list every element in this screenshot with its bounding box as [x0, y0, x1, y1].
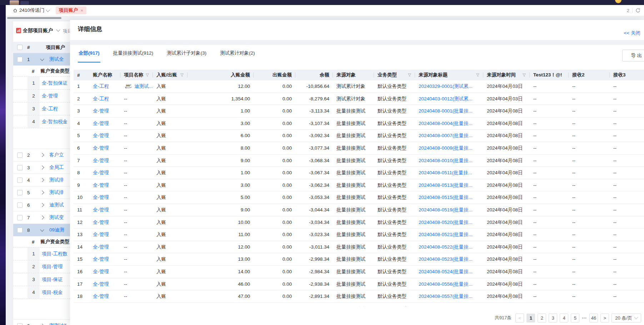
fund-type-link[interactable]: 项目-税金	[42, 286, 63, 299]
row-checkbox[interactable]	[17, 228, 23, 233]
topbar-widget[interactable]	[20, 1, 29, 5]
cell-source_title[interactable]: 20240408-0004(批量挂...	[415, 118, 483, 130]
source_title-link[interactable]: 20240408-0515(批量挂...	[419, 195, 473, 200]
chevron-down-icon[interactable]	[40, 228, 44, 231]
prev-page-button[interactable]: <	[515, 314, 524, 322]
home-tab[interactable]: 2410传送门	[13, 7, 49, 14]
cell-source_title[interactable]: 20240329-0001(测试累...	[415, 80, 483, 92]
cell-account[interactable]: 全-管理	[89, 204, 120, 216]
cell-account[interactable]: 全-管理	[89, 253, 120, 265]
source_title-link[interactable]: 20240408-0522(批量挂...	[419, 244, 473, 250]
filter-icon[interactable]	[474, 73, 480, 77]
cell-account[interactable]: 全-管理	[89, 142, 120, 154]
cell-source_title[interactable]: 20240408-0522(批量挂...	[415, 241, 483, 253]
account-link[interactable]: 测测计T	[49, 322, 67, 325]
source_title-link[interactable]: 20240408-0557(批量挂...	[419, 294, 473, 299]
source_title-link[interactable]: 20240408-0523(批量挂...	[419, 256, 473, 262]
source_title-link[interactable]: 20240408-0001(批量挂...	[419, 108, 473, 114]
cell-account[interactable]: 全-管理	[89, 266, 120, 278]
page-button-2[interactable]: 2	[538, 314, 546, 322]
filter-icon[interactable]	[520, 73, 526, 77]
page-button-4[interactable]: 4	[560, 314, 568, 322]
cell-account[interactable]: 全-管理	[89, 241, 120, 253]
source_title-link[interactable]: 20240403-0012(测试累...	[419, 96, 473, 101]
coin-icon[interactable]	[615, 0, 621, 3]
source_title-link[interactable]: 20240408-0010(批量挂...	[419, 158, 473, 163]
cell-source_title[interactable]: 20240408-0001(批量挂...	[415, 105, 483, 117]
account-link[interactable]: 测试排	[49, 189, 64, 196]
cell-account[interactable]: 全-管理	[89, 179, 120, 191]
cell-project[interactable]: 360°迪测试...	[120, 80, 153, 92]
account-link[interactable]: 全-管理	[93, 244, 109, 250]
row-checkbox[interactable]	[17, 202, 23, 208]
account-link[interactable]: 全-工程	[93, 96, 109, 101]
account-link[interactable]: 09迪测	[49, 227, 64, 233]
cell-source_title[interactable]: 20240408-0523(批量挂...	[415, 253, 483, 265]
cell-source_title[interactable]: 20240408-0010(批量挂...	[415, 155, 483, 167]
filter-icon[interactable]	[178, 73, 184, 77]
cell-account[interactable]: 全-管理	[89, 229, 120, 241]
cell-account[interactable]: 全-管理	[89, 290, 120, 302]
account-link[interactable]: 全-管理	[93, 306, 109, 306]
page-button-3[interactable]: 3	[549, 314, 557, 322]
account-link[interactable]: 测试全	[49, 56, 64, 62]
account-link[interactable]: 全-管理	[93, 121, 109, 126]
fund-type-link[interactable]: 项目-保证	[42, 273, 63, 286]
horizontal-scrollbar-thumb[interactable]	[7, 17, 61, 19]
cell-source_title[interactable]: 20240408-0557(批量挂...	[415, 290, 483, 302]
avatar[interactable]	[10, 0, 19, 5]
cell-source_title[interactable]: 20240403-0012(测试累...	[415, 93, 483, 105]
chevron-right-icon[interactable]	[40, 324, 44, 325]
account-link[interactable]: 全-管理	[93, 256, 109, 262]
source_title-link[interactable]: 20240408-0521(批量挂...	[419, 232, 473, 237]
fund-type-link[interactable]: 全-暂扣保证	[42, 77, 68, 89]
cell-account[interactable]: 全-管理	[89, 167, 120, 179]
account-link[interactable]: 全-管理	[93, 195, 109, 200]
account-link[interactable]: 全-工程	[93, 84, 109, 89]
account-link[interactable]: 全-管理	[93, 220, 109, 225]
account-link[interactable]: 全-管理	[93, 232, 109, 237]
cell-account[interactable]: 全-管理	[89, 105, 120, 117]
account-link[interactable]: 全-管理	[93, 145, 109, 151]
filter-icon[interactable]	[143, 73, 149, 77]
cell-source_title[interactable]: 20240408-0511(批量挂...	[415, 167, 483, 179]
source_title-link[interactable]: 20240408-0558(批量挂...	[419, 306, 473, 306]
row-checkbox[interactable]	[17, 178, 23, 183]
row-checkbox[interactable]	[17, 165, 23, 170]
cell-source_title[interactable]: 20240408-0521(批量挂...	[415, 229, 483, 241]
fund-type-link[interactable]: 全-管理	[42, 90, 58, 102]
next-page-button[interactable]: >	[600, 314, 609, 322]
cell-source_title[interactable]: 20240408-0556(批量挂...	[415, 278, 483, 290]
account-link[interactable]: 全-管理	[93, 207, 109, 212]
filter-icon[interactable]	[405, 73, 411, 77]
cell-account[interactable]: 全-管理	[89, 216, 120, 229]
project-link[interactable]: 迪测试...	[134, 84, 153, 89]
refresh-icon[interactable]	[635, 8, 640, 13]
tab-全部(917)[interactable]: 全部(917)	[78, 45, 100, 62]
account-link[interactable]: 全-管理	[93, 108, 109, 114]
chevron-right-icon[interactable]	[40, 203, 44, 207]
account-link[interactable]: 全-管理	[93, 158, 109, 163]
close-tab-icon[interactable]: ×	[81, 8, 84, 13]
cell-source_title[interactable]: 20240408-0558(批量挂...	[415, 303, 483, 306]
cell-account[interactable]: 全-管理	[89, 303, 120, 306]
row-checkbox[interactable]	[17, 215, 23, 220]
sidecard-title[interactable]: 全部项目账户	[23, 28, 53, 34]
source_title-link[interactable]: 20240408-0513(批量挂...	[419, 182, 473, 188]
account-link[interactable]: 全-管理	[93, 170, 109, 175]
fund-type-link[interactable]: 全-工程	[42, 102, 58, 115]
account-link[interactable]: 全局工	[49, 164, 64, 171]
source_title-link[interactable]: 20240408-0511(批量挂...	[419, 170, 472, 175]
account-link[interactable]: 全-管理	[93, 281, 109, 287]
tab-测试累计子对象(3)[interactable]: 测试累计子对象(3)	[166, 45, 207, 62]
cell-account[interactable]: 全-管理	[89, 191, 120, 204]
cell-account[interactable]: 全-工程	[89, 80, 120, 92]
tab-批量挂接测试(912)[interactable]: 批量挂接测试(912)	[113, 45, 154, 62]
cell-source_title[interactable]: 20240408-0520(批量挂...	[415, 216, 483, 229]
row-checkbox[interactable]	[17, 323, 23, 325]
row-checkbox[interactable]	[17, 190, 23, 195]
cell-account[interactable]: 全-管理	[89, 118, 120, 130]
account-link[interactable]: 客户立	[49, 152, 64, 158]
export-button[interactable]: 导 出	[622, 50, 644, 61]
source_title-link[interactable]: 20240408-0007(批量挂...	[419, 133, 473, 138]
